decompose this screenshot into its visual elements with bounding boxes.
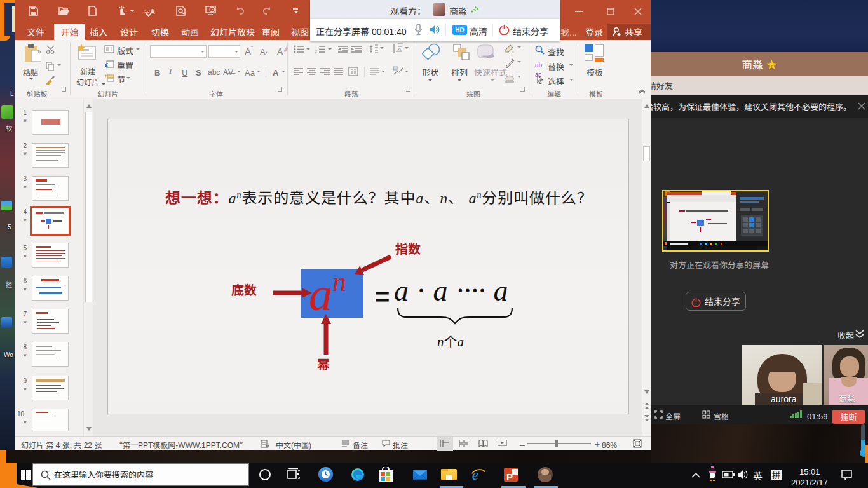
svg-text:2: 2: [315, 49, 317, 53]
svg-text:z: z: [770, 62, 773, 69]
svg-text:A: A: [398, 45, 402, 52]
svg-text:e: e: [472, 467, 478, 482]
